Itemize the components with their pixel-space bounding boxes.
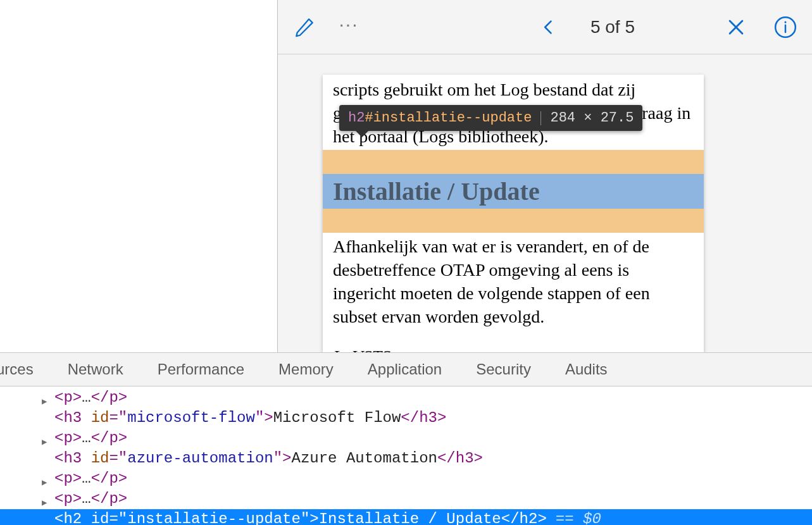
info-button[interactable] <box>771 13 799 41</box>
devtools-tabs: urces Network Performance Memory Applica… <box>0 353 812 386</box>
chevron-left-icon <box>540 15 558 40</box>
dom-node-p[interactable]: ▶<p>…</p> <box>0 428 812 448</box>
devtools-panel: urces Network Performance Memory Applica… <box>0 352 812 525</box>
svg-point-4 <box>784 21 786 23</box>
highlight-content: Installatie / Update <box>323 174 704 209</box>
tab-application[interactable]: Application <box>365 361 444 378</box>
edit-button[interactable] <box>290 13 318 41</box>
document-paragraph: In VSTS <box>333 347 694 352</box>
close-icon <box>725 16 747 38</box>
dom-tree[interactable]: ▶<p>…</p> <h3 id="microsoft-flow">Micros… <box>0 386 812 525</box>
document-paragraph: Afhankelijk van wat er is verandert, en … <box>333 235 694 329</box>
page-counter: 5 of 5 <box>590 17 635 37</box>
highlight-margin-top <box>323 150 704 174</box>
dom-node-h3-automation[interactable]: <h3 id="azure-automation">Azure Automati… <box>0 448 812 469</box>
tooltip-selector: h2#installatie--update <box>348 110 532 126</box>
inspected-element-highlight: Installatie / Update <box>323 150 704 233</box>
more-button[interactable]: ··· <box>335 13 363 41</box>
console-reference: == $0 <box>556 510 601 525</box>
ellipsis-icon: ··· <box>339 15 358 40</box>
top-region: ··· 5 of 5 <box>0 0 812 352</box>
dom-text: Microsoft Flow <box>273 409 401 426</box>
tab-security[interactable]: Security <box>473 361 534 378</box>
tooltip-tag: h2 <box>348 110 365 126</box>
tab-memory[interactable]: Memory <box>276 361 336 378</box>
info-icon <box>773 15 797 39</box>
tab-network[interactable]: Network <box>65 361 126 378</box>
dom-text: Azure Automation <box>292 450 437 467</box>
prev-button[interactable] <box>535 13 563 41</box>
text: In <box>333 347 352 352</box>
tooltip-id: #installatie--update <box>365 110 532 126</box>
element-inspector-tooltip: h2#installatie--update 284 × 27.5 <box>339 105 642 131</box>
dom-text: Installatie / Update <box>319 510 501 525</box>
close-button[interactable] <box>722 13 750 41</box>
dom-node-p[interactable]: ▶<p>…</p> <box>0 489 812 509</box>
dom-node-p[interactable]: ▶<p>…</p> <box>0 469 812 489</box>
toolbar-left-group: ··· <box>290 13 363 41</box>
tab-performance[interactable]: Performance <box>155 361 247 378</box>
highlight-margin-bottom <box>323 209 704 233</box>
tooltip-dimensions: 284 × 27.5 <box>550 110 634 126</box>
dom-node-h3-flow[interactable]: <h3 id="microsoft-flow">Microsoft Flow</… <box>0 408 812 428</box>
pencil-icon <box>294 16 315 38</box>
dom-node-h2-selected[interactable]: <h2 id="installatie--update">Installatie… <box>0 509 812 525</box>
dom-node-p[interactable]: ▶<p>…</p> <box>0 388 812 408</box>
document-heading: Installatie / Update <box>333 176 540 206</box>
toolbar-right-group: 5 of 5 <box>535 13 799 41</box>
text-emphasis: VSTS <box>352 347 390 352</box>
tooltip-separator <box>540 111 541 125</box>
preview-toolbar: ··· 5 of 5 <box>278 0 812 54</box>
tab-audits[interactable]: Audits <box>563 361 610 378</box>
tab-sources[interactable]: urces <box>0 361 36 378</box>
